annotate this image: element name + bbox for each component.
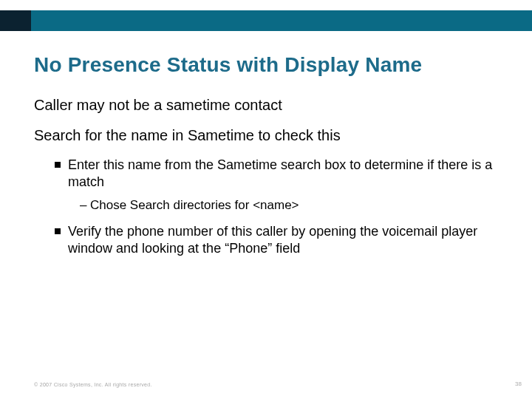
bullet-item-1: Enter this name from the Sametime search… (55, 157, 499, 213)
bullet-item-1-text: Enter this name from the Sametime search… (68, 157, 492, 189)
footer-page-number: 38 (515, 381, 522, 387)
slide-top-bar (0, 10, 532, 31)
bullet-list: Enter this name from the Sametime search… (55, 157, 499, 256)
footer-copyright: © 2007 Cisco Systems, Inc. All rights re… (34, 382, 152, 387)
bullet-item-2-text: Verify the phone number of this caller b… (68, 224, 477, 256)
bullet-item-2: Verify the phone number of this caller b… (55, 223, 499, 256)
sub-bullet-1: Chose Search directories for <name> (80, 197, 499, 213)
body-paragraph-1: Caller may not be a sametime contact (34, 96, 499, 115)
body-paragraph-2: Search for the name in Sametime to check… (34, 126, 499, 145)
slide-top-bar-accent (0, 10, 31, 31)
slide-title: No Presence Status with Display Name (34, 53, 499, 77)
slide-body: Caller may not be a sametime contact Sea… (34, 96, 499, 267)
